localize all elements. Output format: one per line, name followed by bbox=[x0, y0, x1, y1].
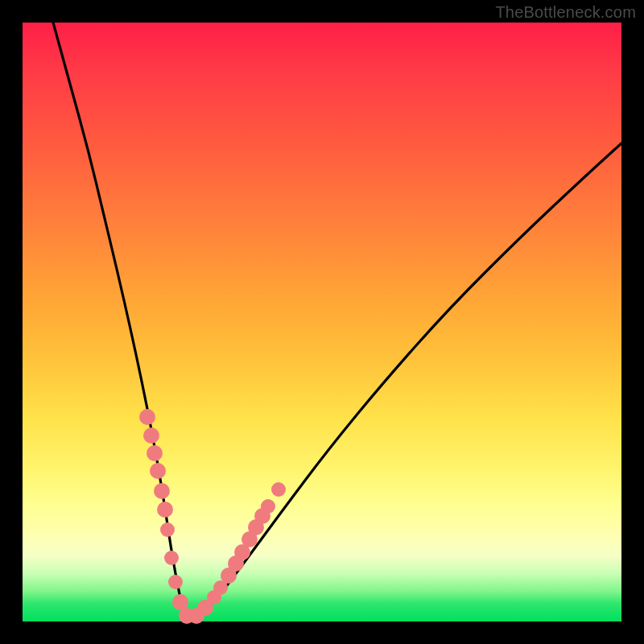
bottleneck-curve-svg bbox=[23, 23, 621, 621]
curve-marker bbox=[168, 575, 183, 589]
curve-marker bbox=[271, 482, 286, 497]
curve-marker bbox=[164, 551, 179, 565]
bottleneck-curve bbox=[53, 23, 621, 618]
curve-marker bbox=[139, 409, 155, 425]
curve-marker bbox=[150, 463, 166, 479]
curve-marker bbox=[261, 499, 275, 514]
chart-frame: TheBottleneck.com bbox=[0, 0, 644, 644]
curve-marker bbox=[160, 522, 175, 537]
plot-area bbox=[23, 23, 621, 621]
curve-marker bbox=[157, 502, 173, 518]
curve-markers bbox=[139, 409, 286, 624]
curve-marker bbox=[172, 594, 188, 610]
curve-marker bbox=[143, 427, 159, 444]
curve-marker bbox=[147, 445, 163, 461]
watermark-text: TheBottleneck.com bbox=[495, 3, 636, 22]
curve-marker bbox=[154, 483, 170, 499]
